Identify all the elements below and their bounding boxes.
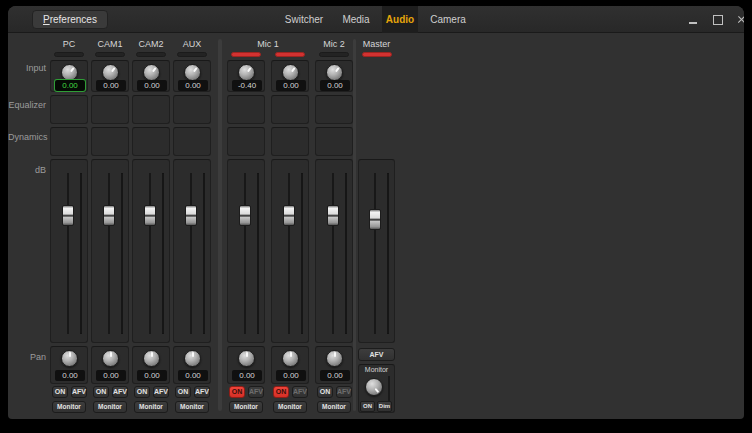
knob-indicator bbox=[327, 351, 342, 366]
tab-media[interactable]: Media bbox=[336, 6, 376, 33]
pan-value[interactable]: 0.00 bbox=[232, 370, 262, 381]
input-gain-panel: 0.00 bbox=[173, 60, 211, 92]
row-label-db: dB bbox=[8, 165, 46, 175]
preferences-button[interactable]: Preferences bbox=[32, 10, 108, 29]
fader-track bbox=[67, 173, 69, 334]
afv-button[interactable]: AFV bbox=[292, 386, 308, 398]
fader-track bbox=[190, 173, 192, 334]
pan-value[interactable]: 0.00 bbox=[55, 370, 85, 381]
pan-value[interactable]: 0.00 bbox=[96, 370, 126, 381]
tab-audio[interactable]: Audio bbox=[382, 6, 418, 33]
master-fader-handle[interactable] bbox=[369, 209, 381, 230]
close-icon[interactable] bbox=[734, 6, 744, 33]
level-meter-pill bbox=[95, 52, 125, 57]
afv-button[interactable]: AFV bbox=[153, 386, 169, 398]
input-gain-value[interactable]: 0.00 bbox=[55, 80, 85, 91]
equalizer-panel bbox=[227, 95, 265, 124]
on-button[interactable]: ON bbox=[273, 386, 289, 398]
volume-fader-handle[interactable] bbox=[327, 205, 339, 226]
monitor-level-knob[interactable] bbox=[365, 378, 383, 396]
volume-fader-handle[interactable] bbox=[283, 205, 295, 226]
monitor-button[interactable]: Monitor bbox=[134, 401, 168, 413]
on-button[interactable]: ON bbox=[52, 386, 68, 398]
monitor-button[interactable]: Monitor bbox=[273, 401, 307, 413]
volume-fader-handle[interactable] bbox=[185, 205, 197, 226]
monitor-button[interactable]: Monitor bbox=[175, 401, 209, 413]
pan-knob[interactable] bbox=[326, 350, 343, 367]
input-gain-knob[interactable] bbox=[61, 64, 78, 81]
tab-switcher[interactable]: Switcher bbox=[278, 6, 330, 33]
pan-knob[interactable] bbox=[61, 350, 78, 367]
fader-track bbox=[332, 173, 334, 334]
input-gain-value[interactable]: 0.00 bbox=[137, 80, 167, 91]
level-meter-pill bbox=[54, 52, 84, 57]
on-button[interactable]: ON bbox=[93, 386, 109, 398]
input-gain-knob[interactable] bbox=[282, 64, 299, 81]
vertical-level-meter bbox=[162, 173, 164, 334]
input-gain-knob[interactable] bbox=[326, 64, 343, 81]
volume-fader-handle[interactable] bbox=[144, 205, 156, 226]
input-gain-value[interactable]: 0.00 bbox=[96, 80, 126, 91]
pan-value[interactable]: 0.00 bbox=[320, 370, 350, 381]
level-meter-pill bbox=[136, 52, 166, 57]
pan-knob[interactable] bbox=[143, 350, 160, 367]
on-button[interactable]: ON bbox=[229, 386, 245, 398]
pan-knob[interactable] bbox=[282, 350, 299, 367]
pan-knob[interactable] bbox=[184, 350, 201, 367]
equalizer-panel bbox=[132, 95, 170, 124]
input-gain-knob[interactable] bbox=[184, 64, 201, 81]
channel-strip-cam1: 0.00 0.00 ON AFV Monitor bbox=[91, 39, 129, 413]
monitor-button[interactable]: Monitor bbox=[229, 401, 263, 413]
vertical-level-meter bbox=[80, 173, 82, 334]
knob-indicator bbox=[103, 351, 118, 366]
level-meter-pill bbox=[177, 52, 207, 57]
afv-button[interactable]: AFV bbox=[336, 386, 352, 398]
monitor-button[interactable]: Monitor bbox=[93, 401, 127, 413]
pan-knob[interactable] bbox=[238, 350, 255, 367]
input-gain-knob[interactable] bbox=[238, 64, 255, 81]
on-button[interactable]: ON bbox=[134, 386, 150, 398]
input-gain-value[interactable]: 0.00 bbox=[178, 80, 208, 91]
afv-button[interactable]: AFV bbox=[112, 386, 128, 398]
pan-value[interactable]: 0.00 bbox=[276, 370, 306, 381]
pan-value[interactable]: 0.00 bbox=[178, 370, 208, 381]
minimize-icon[interactable] bbox=[686, 6, 700, 33]
master-fader-panel bbox=[358, 159, 395, 343]
master-afv-button[interactable]: AFV bbox=[358, 348, 395, 361]
pan-knob[interactable] bbox=[102, 350, 119, 367]
volume-fader-panel bbox=[227, 159, 265, 343]
knob-indicator bbox=[62, 351, 77, 366]
monitor-dim-button[interactable]: Dim bbox=[377, 401, 392, 412]
pan-value[interactable]: 0.00 bbox=[137, 370, 167, 381]
monitor-label: Monitor bbox=[359, 366, 394, 373]
fader-track bbox=[108, 173, 110, 334]
input-gain-panel: 0.00 bbox=[132, 60, 170, 92]
volume-fader-handle[interactable] bbox=[62, 205, 74, 226]
input-gain-panel: -0.40 bbox=[227, 60, 265, 92]
afv-button[interactable]: AFV bbox=[248, 386, 264, 398]
monitor-on-button[interactable]: ON bbox=[360, 401, 375, 412]
dynamics-panel bbox=[50, 127, 88, 156]
volume-fader-handle[interactable] bbox=[103, 205, 115, 226]
vertical-level-meter bbox=[301, 173, 303, 334]
input-gain-value[interactable]: 0.00 bbox=[320, 80, 350, 91]
monitor-button[interactable]: Monitor bbox=[52, 401, 86, 413]
monitor-button[interactable]: Monitor bbox=[317, 401, 351, 413]
input-gain-knob[interactable] bbox=[143, 64, 160, 81]
level-meter-pill bbox=[319, 52, 349, 57]
afv-button[interactable]: AFV bbox=[194, 386, 210, 398]
volume-fader-handle[interactable] bbox=[239, 205, 251, 226]
volume-fader-panel bbox=[173, 159, 211, 343]
channel-strip-mic2: 0.00 0.00 ON AFV Monitor bbox=[315, 39, 353, 413]
tab-camera[interactable]: Camera bbox=[424, 6, 472, 33]
preferences-mnemonic: P bbox=[43, 14, 50, 25]
input-gain-value[interactable]: -0.40 bbox=[232, 80, 262, 91]
equalizer-panel bbox=[91, 95, 129, 124]
input-gain-knob[interactable] bbox=[102, 64, 119, 81]
input-gain-value[interactable]: 0.00 bbox=[276, 80, 306, 91]
maximize-icon[interactable] bbox=[710, 6, 724, 33]
on-button[interactable]: ON bbox=[317, 386, 333, 398]
on-button[interactable]: ON bbox=[175, 386, 191, 398]
afv-button[interactable]: AFV bbox=[71, 386, 87, 398]
channel-strip-mic1-r: 0.00 0.00 ON AFV Monitor bbox=[271, 39, 309, 413]
